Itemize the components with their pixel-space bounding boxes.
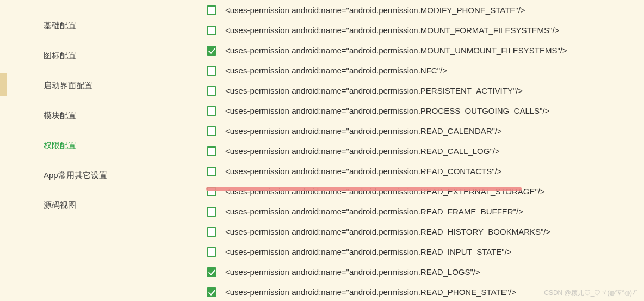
permission-row: <uses-permission android:name="android.p… — [207, 181, 644, 201]
sidebar-item-3[interactable]: 模块配置 — [0, 101, 207, 131]
permission-row: <uses-permission android:name="android.p… — [207, 40, 644, 60]
permission-text: <uses-permission android:name="android.p… — [225, 267, 480, 277]
permission-checkbox[interactable] — [207, 207, 216, 217]
permission-text: <uses-permission android:name="android.p… — [225, 5, 525, 15]
permission-row: <uses-permission android:name="android.p… — [207, 161, 644, 181]
permission-checkbox[interactable] — [207, 5, 216, 15]
sidebar-item-5[interactable]: App常用其它设置 — [0, 161, 207, 191]
sidebar: 基础配置图标配置启动界面配置模块配置权限配置App常用其它设置源码视图 — [0, 0, 207, 301]
permission-checkbox[interactable] — [207, 46, 216, 56]
permission-text: <uses-permission android:name="android.p… — [225, 46, 567, 55]
sidebar-item-6[interactable]: 源码视图 — [0, 191, 207, 220]
permission-text: <uses-permission android:name="android.p… — [225, 86, 523, 95]
watermark: CSDN @颖儿♡_♡ヾ(◍°∇°◍)ﾉﾞ — [544, 288, 639, 298]
permission-text: <uses-permission android:name="android.p… — [225, 66, 447, 75]
permission-checkbox[interactable] — [207, 126, 216, 136]
permission-text: <uses-permission android:name="android.p… — [225, 106, 549, 115]
permission-text: <uses-permission android:name="android.p… — [225, 247, 512, 256]
permission-text: <uses-permission android:name="android.p… — [225, 26, 559, 35]
permission-row: <uses-permission android:name="android.p… — [207, 141, 644, 161]
permission-row: <uses-permission android:name="android.p… — [207, 242, 644, 262]
permission-text: <uses-permission android:name="android.p… — [225, 146, 500, 156]
permissions-panel: <uses-permission android:name="android.p… — [207, 0, 644, 301]
sidebar-item-2[interactable]: 启动界面配置 — [0, 71, 207, 101]
permission-row: <uses-permission android:name="android.p… — [207, 60, 644, 81]
permission-checkbox[interactable] — [207, 106, 216, 116]
permission-row: <uses-permission android:name="android.p… — [207, 201, 644, 222]
permission-checkbox[interactable] — [207, 66, 216, 76]
permission-checkbox[interactable] — [207, 146, 216, 156]
highlight-underline — [206, 187, 522, 191]
permission-text: <uses-permission android:name="android.p… — [225, 167, 502, 176]
permission-row: <uses-permission android:name="android.p… — [207, 0, 644, 20]
sidebar-item-1[interactable]: 图标配置 — [0, 41, 207, 71]
sidebar-item-0[interactable]: 基础配置 — [0, 11, 207, 41]
permission-row: <uses-permission android:name="android.p… — [207, 222, 644, 242]
permission-text: <uses-permission android:name="android.p… — [225, 287, 516, 297]
permission-checkbox[interactable] — [207, 267, 216, 277]
permission-checkbox[interactable] — [207, 227, 216, 237]
permission-row: <uses-permission android:name="android.p… — [207, 262, 644, 282]
permission-text: <uses-permission android:name="android.p… — [225, 227, 550, 236]
permission-row: <uses-permission android:name="android.p… — [207, 101, 644, 121]
permission-text: <uses-permission android:name="android.p… — [225, 207, 523, 216]
permission-checkbox[interactable] — [207, 26, 216, 35]
permission-checkbox[interactable] — [207, 247, 216, 257]
permission-checkbox[interactable] — [207, 287, 216, 297]
permission-checkbox[interactable] — [207, 167, 216, 176]
permission-row: <uses-permission android:name="android.p… — [207, 121, 644, 141]
permission-row: <uses-permission android:name="android.p… — [207, 20, 644, 40]
permission-row: <uses-permission android:name="android.p… — [207, 81, 644, 101]
sidebar-item-4[interactable]: 权限配置 — [0, 131, 207, 161]
permission-text: <uses-permission android:name="android.p… — [225, 126, 502, 136]
permission-checkbox[interactable] — [207, 86, 216, 96]
